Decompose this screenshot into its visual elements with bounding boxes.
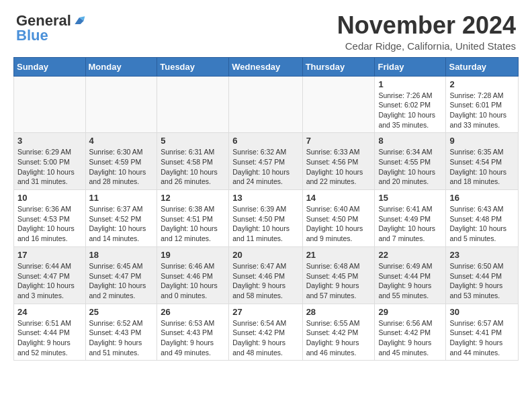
title-section: November 2024 Cedar Ridge, California, U… [337,12,516,52]
day-info: Sunrise: 6:31 AM Sunset: 4:58 PM Dayligh… [161,147,225,187]
day-number: 19 [161,250,225,260]
day-number: 25 [89,307,154,317]
day-number: 17 [17,250,82,260]
calendar-cell: 4Sunrise: 6:30 AM Sunset: 4:59 PM Daylig… [85,133,157,190]
day-info: Sunrise: 6:39 AM Sunset: 4:50 PM Dayligh… [232,204,298,244]
calendar-cell: 16Sunrise: 6:43 AM Sunset: 4:48 PM Dayli… [446,190,519,247]
day-number: 4 [89,136,154,146]
calendar-cell: 25Sunrise: 6:52 AM Sunset: 4:43 PM Dayli… [85,304,157,361]
calendar-cell: 10Sunrise: 6:36 AM Sunset: 4:53 PM Dayli… [14,190,86,247]
day-number: 27 [232,307,298,317]
calendar-cell: 14Sunrise: 6:40 AM Sunset: 4:50 PM Dayli… [302,190,375,247]
calendar-cell: 18Sunrise: 6:45 AM Sunset: 4:47 PM Dayli… [85,246,157,304]
day-info: Sunrise: 6:29 AM Sunset: 5:00 PM Dayligh… [17,147,82,187]
day-number: 10 [17,193,82,203]
logo: General Blue [16,12,86,44]
calendar-cell: 2Sunrise: 7:28 AM Sunset: 6:01 PM Daylig… [446,76,519,133]
day-info: Sunrise: 7:26 AM Sunset: 6:02 PM Dayligh… [378,91,442,130]
calendar-body: 1Sunrise: 7:26 AM Sunset: 6:02 PM Daylig… [14,76,519,361]
day-number: 29 [378,307,442,317]
day-info: Sunrise: 6:46 AM Sunset: 4:46 PM Dayligh… [161,261,225,301]
day-number: 14 [306,193,371,203]
day-number: 9 [449,136,515,146]
calendar-week-row: 1Sunrise: 7:26 AM Sunset: 6:02 PM Daylig… [14,76,519,133]
calendar-cell: 22Sunrise: 6:49 AM Sunset: 4:44 PM Dayli… [375,246,446,304]
calendar-container: Sunday Monday Tuesday Wednesday Thursday… [0,57,532,368]
day-number: 13 [232,193,298,203]
day-number: 28 [306,307,371,317]
day-number: 7 [306,136,371,146]
day-number: 21 [306,250,371,260]
day-number: 16 [449,193,515,203]
day-number: 1 [378,79,442,89]
calendar-cell: 26Sunrise: 6:53 AM Sunset: 4:43 PM Dayli… [157,304,229,361]
calendar-cell: 1Sunrise: 7:26 AM Sunset: 6:02 PM Daylig… [375,76,446,133]
day-info: Sunrise: 6:41 AM Sunset: 4:49 PM Dayligh… [378,204,442,244]
day-number: 11 [89,193,154,203]
day-info: Sunrise: 6:44 AM Sunset: 4:47 PM Dayligh… [17,261,82,301]
calendar-cell: 28Sunrise: 6:55 AM Sunset: 4:42 PM Dayli… [302,304,375,361]
day-number: 15 [378,193,442,203]
logo-blue-text: Blue [16,27,48,44]
col-sunday: Sunday [14,57,86,76]
calendar-cell [85,76,157,133]
calendar-cell [14,76,86,133]
day-info: Sunrise: 6:37 AM Sunset: 4:52 PM Dayligh… [89,204,154,244]
day-info: Sunrise: 6:47 AM Sunset: 4:46 PM Dayligh… [232,261,298,301]
day-info: Sunrise: 6:51 AM Sunset: 4:44 PM Dayligh… [17,318,82,358]
calendar-cell: 21Sunrise: 6:48 AM Sunset: 4:45 PM Dayli… [302,246,375,304]
day-info: Sunrise: 6:54 AM Sunset: 4:42 PM Dayligh… [232,318,298,358]
day-info: Sunrise: 6:45 AM Sunset: 4:47 PM Dayligh… [89,261,154,301]
calendar-cell: 15Sunrise: 6:41 AM Sunset: 4:49 PM Dayli… [375,190,446,247]
day-info: Sunrise: 6:33 AM Sunset: 4:56 PM Dayligh… [306,147,371,187]
calendar-week-row: 3Sunrise: 6:29 AM Sunset: 5:00 PM Daylig… [14,133,519,190]
day-info: Sunrise: 6:40 AM Sunset: 4:50 PM Dayligh… [306,204,371,244]
location-text: Cedar Ridge, California, United States [337,40,516,52]
calendar-cell: 17Sunrise: 6:44 AM Sunset: 4:47 PM Dayli… [14,246,86,304]
day-info: Sunrise: 7:28 AM Sunset: 6:01 PM Dayligh… [449,91,515,130]
day-number: 26 [161,307,225,317]
day-number: 20 [232,250,298,260]
calendar-cell: 6Sunrise: 6:32 AM Sunset: 4:57 PM Daylig… [229,133,302,190]
day-info: Sunrise: 6:32 AM Sunset: 4:57 PM Dayligh… [232,147,298,187]
col-monday: Monday [85,57,157,76]
day-number: 23 [449,250,515,260]
calendar-cell [302,76,375,133]
col-tuesday: Tuesday [157,57,229,76]
day-info: Sunrise: 6:57 AM Sunset: 4:41 PM Dayligh… [449,318,515,358]
calendar-table: Sunday Monday Tuesday Wednesday Thursday… [13,57,519,361]
day-info: Sunrise: 6:38 AM Sunset: 4:51 PM Dayligh… [161,204,225,244]
calendar-cell [229,76,302,133]
calendar-cell: 8Sunrise: 6:34 AM Sunset: 4:55 PM Daylig… [375,133,446,190]
logo-bird-icon [73,14,86,28]
calendar-cell: 3Sunrise: 6:29 AM Sunset: 5:00 PM Daylig… [14,133,86,190]
day-info: Sunrise: 6:49 AM Sunset: 4:44 PM Dayligh… [378,261,442,301]
calendar-header: Sunday Monday Tuesday Wednesday Thursday… [14,57,519,76]
calendar-cell: 7Sunrise: 6:33 AM Sunset: 4:56 PM Daylig… [302,133,375,190]
day-info: Sunrise: 6:55 AM Sunset: 4:42 PM Dayligh… [306,318,371,358]
day-number: 24 [17,307,82,317]
col-wednesday: Wednesday [229,57,302,76]
calendar-week-row: 24Sunrise: 6:51 AM Sunset: 4:44 PM Dayli… [14,304,519,361]
calendar-cell: 23Sunrise: 6:50 AM Sunset: 4:44 PM Dayli… [446,246,519,304]
day-number: 5 [161,136,225,146]
day-number: 2 [449,79,515,89]
page-header: General Blue November 2024 Cedar Ridge, … [0,0,532,57]
calendar-cell: 5Sunrise: 6:31 AM Sunset: 4:58 PM Daylig… [157,133,229,190]
day-number: 22 [378,250,442,260]
calendar-cell: 9Sunrise: 6:35 AM Sunset: 4:54 PM Daylig… [446,133,519,190]
day-number: 12 [161,193,225,203]
day-number: 18 [89,250,154,260]
calendar-week-row: 10Sunrise: 6:36 AM Sunset: 4:53 PM Dayli… [14,190,519,247]
calendar-cell: 19Sunrise: 6:46 AM Sunset: 4:46 PM Dayli… [157,246,229,304]
day-info: Sunrise: 6:35 AM Sunset: 4:54 PM Dayligh… [449,147,515,187]
calendar-cell: 11Sunrise: 6:37 AM Sunset: 4:52 PM Dayli… [85,190,157,247]
day-number: 30 [449,307,515,317]
month-title: November 2024 [337,12,516,39]
day-number: 8 [378,136,442,146]
calendar-cell [157,76,229,133]
col-thursday: Thursday [302,57,375,76]
day-info: Sunrise: 6:36 AM Sunset: 4:53 PM Dayligh… [17,204,82,244]
day-info: Sunrise: 6:56 AM Sunset: 4:42 PM Dayligh… [378,318,442,358]
calendar-cell: 13Sunrise: 6:39 AM Sunset: 4:50 PM Dayli… [229,190,302,247]
